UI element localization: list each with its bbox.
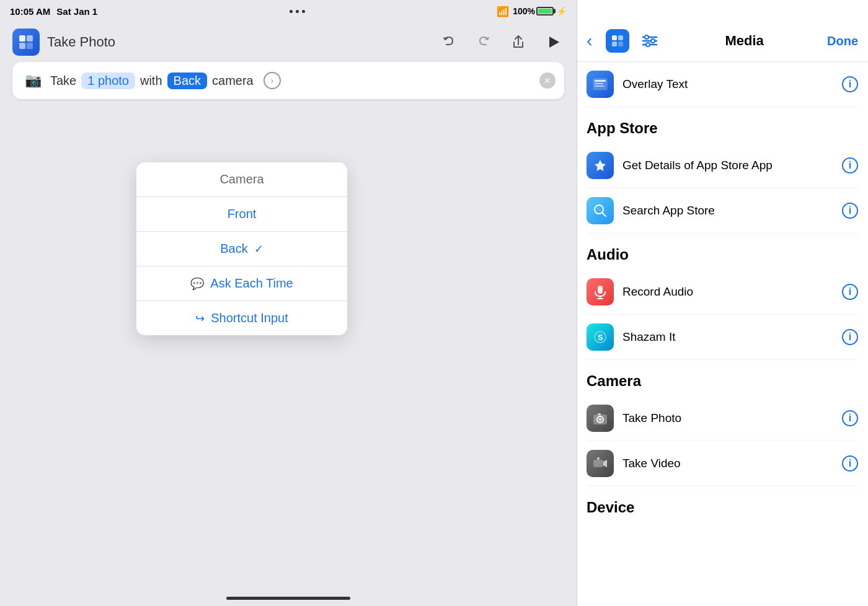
battery-icon: [536, 7, 554, 15]
camera-chip[interactable]: Back: [167, 72, 207, 89]
app-store-section-header: App Store: [587, 107, 858, 143]
svg-rect-1: [27, 35, 33, 42]
camera-section-header: Camera: [587, 360, 858, 396]
app-title: Take Photo: [47, 34, 438, 50]
share-button[interactable]: [507, 31, 529, 53]
add-action-icon: [611, 34, 624, 48]
left-panel: 10:05 AM Sat Jan 1 📶 100% ⚡: [0, 0, 577, 606]
svg-rect-2: [19, 43, 25, 49]
status-time: 10:05 AM: [10, 6, 50, 17]
take-photo-icon: [587, 405, 614, 432]
camera-label: camera: [212, 74, 254, 88]
take-video-info-button[interactable]: i: [842, 455, 858, 472]
status-bar: 10:05 AM Sat Jan 1 📶 100% ⚡: [0, 0, 577, 22]
get-details-info-button[interactable]: i: [842, 157, 858, 173]
list-item-overlay-text[interactable]: Overlay Text i: [587, 62, 858, 107]
camera-dropdown[interactable]: Camera Front Back ✓ 💬 Ask Each Time ↪ Sh…: [136, 162, 347, 335]
camera-emoji-icon: 📷: [25, 72, 42, 89]
dropdown-back[interactable]: Back ✓: [136, 232, 347, 266]
done-button[interactable]: Done: [827, 34, 858, 48]
status-center: [97, 10, 497, 13]
dropdown-ask-each-time[interactable]: 💬 Ask Each Time: [136, 266, 347, 301]
back-button[interactable]: ‹: [587, 31, 592, 51]
expand-arrow[interactable]: ›: [264, 72, 281, 89]
right-header-actions: ‹: [587, 29, 662, 53]
device-section-header: Device: [587, 486, 858, 522]
shazam-it-info-button[interactable]: i: [842, 329, 858, 345]
photo-chip[interactable]: 1 photo: [81, 72, 135, 89]
search-app-store-name: Search App Store: [622, 203, 842, 219]
dot1: [290, 10, 293, 13]
take-video-name: Take Video: [622, 456, 842, 472]
svg-marker-4: [549, 37, 559, 48]
microphone-icon: [592, 284, 608, 300]
svg-rect-16: [595, 80, 606, 82]
dot2: [296, 10, 299, 13]
shortcuts-icon: [17, 33, 35, 51]
with-label: with: [140, 74, 162, 88]
record-audio-name: Record Audio: [622, 284, 842, 300]
svg-rect-8: [618, 42, 623, 46]
list-item-record-audio[interactable]: Record Audio i: [587, 270, 858, 315]
search-app-store-icon: [587, 197, 614, 224]
svg-rect-3: [27, 43, 33, 49]
action-card[interactable]: 📷 Take 1 photo with Back camera › ✕: [12, 62, 564, 99]
undo-button[interactable]: [438, 31, 460, 53]
take-video-icon: [587, 450, 614, 477]
svg-point-12: [645, 35, 649, 39]
get-details-icon: [587, 152, 614, 179]
shortcut-input-icon: ↪: [195, 312, 205, 325]
dropdown-header: Camera: [136, 162, 347, 197]
right-header: ‹: [577, 0, 868, 62]
list-item-search-app-store[interactable]: Search App Store i: [587, 188, 858, 234]
filter-button[interactable]: [638, 29, 662, 53]
svg-marker-31: [603, 460, 607, 467]
svg-point-13: [651, 39, 655, 43]
dropdown-shortcut-input[interactable]: ↪ Shortcut Input: [136, 301, 347, 335]
shazam-it-name: Shazam It: [622, 330, 842, 345]
shazam-icon: S: [587, 323, 614, 351]
battery-percent: 100%: [513, 6, 535, 16]
appstore-get-details-icon: [592, 157, 608, 173]
video-camera-icon: [592, 455, 608, 472]
take-label: Take: [50, 74, 76, 88]
svg-rect-6: [618, 35, 623, 40]
overlay-text-info-button[interactable]: i: [842, 76, 858, 92]
svg-point-14: [646, 43, 650, 46]
take-photo-info-button[interactable]: i: [842, 410, 858, 426]
shortcut-label: Shortcut Input: [211, 311, 288, 325]
right-panel-title: Media: [662, 33, 827, 49]
svg-text:S: S: [598, 333, 603, 342]
battery-fill: [538, 9, 552, 14]
svg-rect-7: [612, 42, 617, 46]
list-item-get-details[interactable]: Get Details of App Store App i: [587, 143, 858, 188]
close-button[interactable]: ✕: [539, 72, 556, 89]
svg-rect-5: [612, 35, 617, 40]
play-button[interactable]: [542, 31, 564, 53]
filter-icon: [642, 34, 658, 48]
check-icon: ✓: [254, 242, 264, 256]
shazam-app-icon: S: [592, 329, 608, 345]
main-content: 📷 Take 1 photo with Back camera › ✕ Came…: [12, 62, 564, 581]
list-item-take-photo[interactable]: Take Photo i: [587, 396, 858, 441]
svg-rect-0: [19, 35, 25, 42]
ask-label: Ask Each Time: [210, 276, 293, 291]
camera-icon: [592, 410, 608, 426]
overlay-text-app-icon: [591, 76, 609, 93]
list-item-shazam-it[interactable]: S Shazam It i: [587, 315, 858, 360]
get-details-name: Get Details of App Store App: [622, 158, 842, 173]
redo-button[interactable]: [472, 31, 495, 53]
status-dots: [290, 10, 305, 13]
dropdown-front[interactable]: Front: [136, 197, 347, 232]
svg-rect-17: [595, 83, 603, 84]
app-icon: [12, 29, 40, 56]
svg-point-28: [599, 418, 602, 421]
take-photo-name: Take Photo: [622, 411, 842, 426]
list-item-take-video[interactable]: Take Video i: [587, 441, 858, 486]
record-audio-info-button[interactable]: i: [842, 284, 858, 300]
search-app-store-info-button[interactable]: i: [842, 203, 858, 219]
status-right: 📶 100% ⚡: [497, 6, 567, 17]
add-action-button[interactable]: [606, 29, 629, 53]
right-panel: ‹: [577, 0, 868, 606]
action-text: Take 1 photo with Back camera ›: [50, 72, 552, 89]
